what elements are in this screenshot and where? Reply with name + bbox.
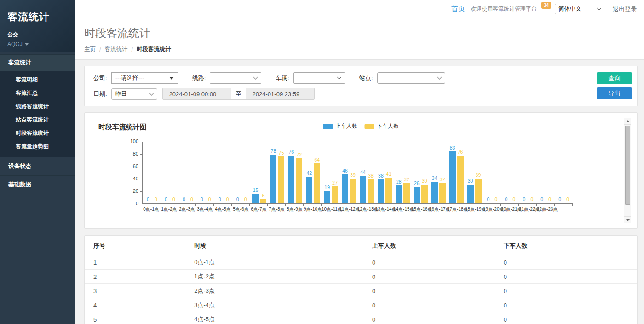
breadcrumb-separator: / xyxy=(99,46,101,53)
x-axis-label: 21点-22点 xyxy=(519,207,537,212)
topbar: 首页 欢迎使用客流统计管理平台 34 简体中文 退出登录 xyxy=(75,0,644,18)
bar-value-label: 0 xyxy=(540,197,543,202)
station-select[interactable] xyxy=(377,72,445,84)
bar-value-label: 0 xyxy=(183,197,185,202)
breadcrumb-home[interactable]: 主页 xyxy=(84,46,96,53)
sidebar-submenu: 客流明细客流汇总线路客流统计站点客流统计时段客流统计客流量趋势图 xyxy=(0,71,75,157)
x-axis-tick xyxy=(357,204,375,206)
date-start-input[interactable]: 2024-01-09 00:00 xyxy=(163,88,231,99)
sidebar-subitem[interactable]: 客流明细 xyxy=(0,73,75,87)
page-head: 时段客流统计 主页 / 客流统计 / 时段客流统计 xyxy=(75,18,644,60)
chart-legend: 上车人数下车人数 xyxy=(323,122,399,130)
bar-column: 0 xyxy=(153,197,159,203)
scrollbar-thumb[interactable] xyxy=(625,126,630,205)
scroll-down-arrow-icon[interactable] xyxy=(624,216,631,223)
main-area: 首页 欢迎使用客流统计管理平台 34 简体中文 退出登录 时段客流统计 主页 /… xyxy=(75,0,644,324)
x-axis-label: 22点-23点 xyxy=(537,207,555,212)
breadcrumb-passenger-stats[interactable]: 客流统计 xyxy=(104,46,127,53)
sidebar-subitem[interactable]: 客流量趋势图 xyxy=(0,140,75,153)
logout-link[interactable]: 退出登录 xyxy=(613,5,637,13)
sidebar-subitem[interactable]: 站点客流统计 xyxy=(0,113,75,127)
bar-group: 7672 xyxy=(286,141,304,203)
bar xyxy=(296,158,302,203)
bar-column: 38 xyxy=(368,174,374,203)
table-cell: 3点-4点 xyxy=(192,298,370,312)
export-button[interactable]: 导出 xyxy=(597,87,632,99)
date-end-input[interactable]: 2024-01-09 23:59 xyxy=(246,88,314,99)
bar-column: 0 xyxy=(171,197,177,203)
scroll-up-arrow-icon[interactable] xyxy=(624,118,631,125)
chevron-down-icon xyxy=(437,75,442,80)
table-column-header: 下车人数 xyxy=(502,237,637,255)
x-axis-labels: 0点-1点1点-2点2点-3点3点-4点4点-5点5点-6点6点-7点7点-8点… xyxy=(142,207,573,212)
bar-column: 15 xyxy=(252,188,259,203)
bar-column: 76 xyxy=(288,150,294,203)
x-axis-tick xyxy=(411,204,429,206)
legend-item[interactable]: 下车人数 xyxy=(364,122,399,130)
bar xyxy=(449,151,456,203)
table-row: 43点-4点00 xyxy=(85,298,637,312)
date-label: 日期: xyxy=(93,90,107,98)
sidebar-subitem[interactable]: 时段客流统计 xyxy=(0,127,75,140)
sidebar-item-passenger-stats[interactable]: 客流统计 xyxy=(0,54,75,71)
bar-value-label: 0 xyxy=(566,197,569,202)
y-axis-label: 60 xyxy=(120,163,138,169)
bar xyxy=(342,174,348,203)
bar-value-label: 32 xyxy=(404,177,409,182)
x-axis-label: 10点-11点 xyxy=(322,207,339,212)
language-select[interactable]: 简体中文 xyxy=(555,4,604,14)
bar-value-label: 0 xyxy=(495,197,498,202)
bar-group: 00 xyxy=(179,141,197,203)
bar xyxy=(252,194,259,203)
bar-value-label: 83 xyxy=(450,145,455,150)
bar-column: 0 xyxy=(207,197,213,203)
filter-fields: 公司: ---请选择--- 线路: 车辆: xyxy=(93,72,597,100)
date-preset-select[interactable]: 昨日 xyxy=(111,88,157,100)
bar-value-label: 0 xyxy=(548,197,551,202)
bar xyxy=(314,163,320,203)
vehicle-label: 车辆: xyxy=(276,74,289,82)
table-column-header: 序号 xyxy=(85,237,192,255)
breadcrumb-current: 时段客流统计 xyxy=(137,46,171,53)
x-axis-label: 13点-14点 xyxy=(375,207,393,212)
notification-badge[interactable]: 34 xyxy=(541,2,551,9)
table-column-header: 上车人数 xyxy=(370,237,502,255)
x-axis-ticks xyxy=(142,204,573,206)
sidebar-subitem[interactable]: 线路客流统计 xyxy=(0,100,75,113)
sidebar-subitem[interactable]: 客流汇总 xyxy=(0,87,75,100)
bar-group: 1927 xyxy=(322,141,340,203)
bar xyxy=(421,185,428,203)
x-axis-label: 6点-7点 xyxy=(250,207,268,212)
bar-column: 0 xyxy=(539,197,545,203)
legend-swatch-icon xyxy=(364,124,374,129)
legend-item[interactable]: 上车人数 xyxy=(323,122,357,130)
bar-column: 0 xyxy=(485,197,491,203)
sidebar-item-base-data[interactable]: 基础数据 xyxy=(0,175,75,194)
bar-value-label: 42 xyxy=(306,171,312,176)
org-name: 公交 xyxy=(7,31,68,39)
vehicle-select[interactable] xyxy=(293,72,345,84)
bar-column: 0 xyxy=(511,197,517,203)
home-link[interactable]: 首页 xyxy=(451,5,465,13)
bar xyxy=(350,179,356,203)
app-root: 客流统计 公交 AQGJ 客流统计 客流明细客流汇总线路客流统计站点客流统计时段… xyxy=(0,0,644,324)
bar-column: 0 xyxy=(217,197,223,203)
x-axis-label: 7点-8点 xyxy=(268,207,286,212)
line-label: 线路: xyxy=(192,74,206,82)
stats-table: 序号时段上车人数下车人数 10点-1点0021点-2点0032点-3点0043点… xyxy=(85,237,637,324)
x-axis-label: 5点-6点 xyxy=(232,207,250,212)
bar-value-label: 76 xyxy=(458,150,463,155)
query-button[interactable]: 查询 xyxy=(597,72,632,84)
sidebar-item-device-status[interactable]: 设备状态 xyxy=(0,157,75,175)
x-axis-tick xyxy=(375,204,393,206)
bar xyxy=(332,186,338,203)
welcome-text: 欢迎使用客流统计管理平台 xyxy=(471,5,537,13)
chart-scrollbar xyxy=(624,118,631,223)
org-code-dropdown[interactable]: AQGJ xyxy=(7,41,68,47)
x-axis-label: 20点-21点 xyxy=(501,207,519,212)
bar-value-label: 30 xyxy=(422,179,427,184)
company-select[interactable]: ---请选择--- xyxy=(111,72,178,84)
legend-label: 下车人数 xyxy=(377,122,399,130)
line-select[interactable] xyxy=(210,72,261,84)
bar-group: 00 xyxy=(233,141,251,203)
